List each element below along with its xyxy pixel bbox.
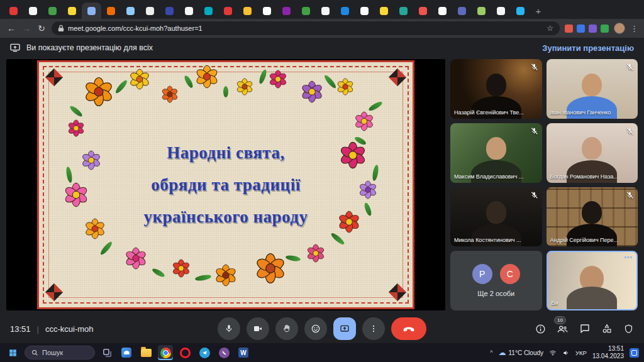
- browser-menu-button[interactable]: ⋮: [630, 24, 638, 33]
- chat-button[interactable]: [579, 323, 591, 334]
- leaf-icon: [258, 69, 269, 85]
- browser-tab[interactable]: [374, 3, 394, 19]
- telegram-button[interactable]: [197, 345, 212, 360]
- browser-tab[interactable]: [394, 3, 413, 19]
- extension-icon[interactable]: [565, 25, 573, 33]
- tab-favicon-icon: [107, 7, 115, 15]
- browser-tab[interactable]: [140, 3, 160, 19]
- start-button[interactable]: [5, 345, 20, 360]
- word-icon: W: [238, 348, 248, 358]
- browser-tab-strip: +: [0, 0, 644, 19]
- participant-silhouette-head: [582, 137, 602, 160]
- browser-tab[interactable]: [296, 3, 316, 19]
- flower-icon: [358, 180, 377, 199]
- leaf-icon: [330, 231, 346, 246]
- new-tab-button[interactable]: +: [531, 3, 546, 19]
- widgets-button[interactable]: [119, 345, 134, 360]
- camera-button[interactable]: [247, 317, 269, 340]
- participant-silhouette-head: [582, 74, 602, 96]
- present-button[interactable]: [333, 317, 356, 340]
- browser-tab[interactable]: [511, 3, 530, 19]
- bookmark-star-icon[interactable]: ☆: [547, 24, 553, 33]
- browser-tab[interactable]: [238, 3, 257, 19]
- browser-tab[interactable]: [472, 3, 491, 19]
- browser-tab[interactable]: [491, 3, 511, 19]
- forward-button[interactable]: →: [21, 23, 31, 33]
- browser-tab[interactable]: [160, 3, 179, 19]
- mic-muted-icon: [626, 191, 634, 199]
- participant-tile[interactable]: Ви •••: [547, 251, 638, 310]
- flower-icon: [81, 150, 101, 170]
- browser-tab[interactable]: [413, 3, 433, 19]
- tray-chevron-icon[interactable]: ^: [490, 349, 492, 356]
- address-bar[interactable]: meet.google.com/ccc-kcui-moh?authuser=1 …: [52, 21, 560, 35]
- participant-tile[interactable]: Андрій Сергійович Пере...: [547, 187, 638, 247]
- notification-badge[interactable]: [630, 348, 639, 358]
- taskbar-clock[interactable]: 13:51 13.04.2023: [592, 345, 624, 360]
- browser-tab[interactable]: [199, 3, 218, 19]
- participant-tile[interactable]: РСЩе 2 особи: [450, 251, 542, 310]
- tab-favicon-icon: [302, 7, 310, 15]
- task-view-button[interactable]: [99, 345, 114, 360]
- language-indicator[interactable]: УКР: [575, 349, 587, 356]
- reload-button[interactable]: ↻: [36, 23, 47, 33]
- taskbar-search[interactable]: Пошук: [25, 346, 95, 359]
- extension-icon[interactable]: [577, 25, 585, 33]
- viber-button[interactable]: [216, 345, 231, 360]
- more-options-button[interactable]: [362, 317, 385, 340]
- profile-avatar[interactable]: [614, 23, 625, 34]
- opera-button[interactable]: [177, 345, 192, 360]
- file-explorer-button[interactable]: [138, 345, 153, 360]
- volume-icon[interactable]: [562, 349, 570, 356]
- browser-tab[interactable]: [316, 3, 335, 19]
- browser-tab[interactable]: [62, 3, 82, 19]
- host-controls-button[interactable]: [623, 324, 634, 334]
- browser-tab[interactable]: [23, 3, 43, 19]
- viber-icon: [219, 348, 230, 358]
- extension-icon[interactable]: [601, 25, 609, 33]
- raise-hand-button[interactable]: [275, 317, 298, 340]
- leaf-icon: [152, 267, 166, 278]
- participant-tile[interactable]: Богдан Романович Наза...: [547, 123, 638, 183]
- people-button[interactable]: 10: [557, 323, 569, 335]
- browser-tab[interactable]: [101, 3, 121, 19]
- leaf-icon: [69, 104, 84, 118]
- browser-tab[interactable]: [4, 3, 23, 19]
- browser-tab[interactable]: [82, 3, 101, 19]
- participant-tile[interactable]: Назарій Євгенійович Тве...: [450, 59, 542, 119]
- browser-tab[interactable]: [43, 3, 62, 19]
- tab-favicon-icon: [282, 7, 291, 15]
- end-call-button[interactable]: [391, 317, 426, 340]
- system-tray: ^ ☁ 11°C Cloudy УКР 13:51 13.04.2023: [490, 345, 639, 360]
- presentation-stage: Народні свята, обряди та традиції україн…: [6, 59, 445, 310]
- browser-tab[interactable]: [179, 3, 199, 19]
- browser-tab[interactable]: [335, 3, 355, 19]
- mic-button[interactable]: [218, 317, 240, 340]
- chrome-button[interactable]: [158, 345, 173, 360]
- browser-tab[interactable]: [452, 3, 472, 19]
- browser-tab[interactable]: [433, 3, 452, 19]
- browser-tab[interactable]: [277, 3, 296, 19]
- wifi-icon[interactable]: [549, 349, 557, 356]
- weather-widget[interactable]: ☁ 11°C Cloudy: [499, 348, 544, 357]
- browser-tab[interactable]: [355, 3, 374, 19]
- browser-tab[interactable]: [257, 3, 277, 19]
- back-button[interactable]: ←: [6, 23, 16, 33]
- extension-icon[interactable]: [589, 25, 597, 33]
- participant-tile[interactable]: Максим Владиславович ...: [450, 123, 542, 183]
- activities-button[interactable]: [601, 323, 613, 334]
- participants-grid: Назарій Євгенійович Тве... Іван Іванович…: [450, 59, 638, 310]
- word-button[interactable]: W: [236, 345, 251, 360]
- participant-tile[interactable]: Микола Костянтинович ...: [450, 187, 542, 247]
- url-text: meet.google.com/ccc-kcui-moh?authuser=1: [68, 25, 543, 32]
- info-button[interactable]: [535, 324, 546, 334]
- raise-hand-icon: [282, 324, 292, 334]
- browser-tab[interactable]: [121, 3, 140, 19]
- tile-options-icon[interactable]: •••: [624, 254, 633, 261]
- flower-icon: [339, 141, 367, 169]
- reactions-button[interactable]: [304, 317, 327, 340]
- stop-presenting-button[interactable]: Зупинити презентацію: [542, 43, 634, 53]
- tab-favicon-icon: [380, 7, 388, 15]
- browser-tab[interactable]: [218, 3, 238, 19]
- participant-tile[interactable]: Іван Іванович Ганченко: [547, 59, 638, 119]
